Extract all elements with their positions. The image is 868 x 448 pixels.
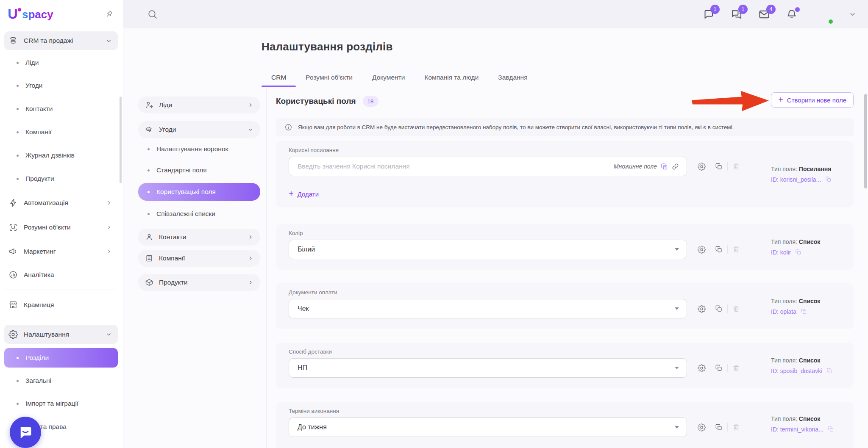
duplicate-icon[interactable] <box>710 423 727 431</box>
delete-icon[interactable] <box>728 246 745 253</box>
tab-tasks[interactable]: Завдання <box>488 68 537 87</box>
field-select[interactable]: До тижня <box>289 418 687 437</box>
field-settings-icon[interactable] <box>693 423 710 431</box>
section-nav-contacts[interactable]: Контакти <box>138 229 260 246</box>
duplicate-icon[interactable] <box>710 246 727 253</box>
tab-company-people[interactable]: Компанія та люди <box>415 68 488 87</box>
field-select[interactable]: Чек <box>289 299 687 318</box>
mail-badge: 4 <box>766 5 776 14</box>
fields-count-badge: 18 <box>363 96 378 107</box>
field-control-row: До тижня <box>289 418 745 437</box>
field-settings-icon[interactable] <box>693 246 710 254</box>
multi-field-icon[interactable] <box>661 163 668 170</box>
sidebar-item-companies[interactable]: Компанії <box>4 124 118 141</box>
section-nav-label: Співзалежні списки <box>156 210 215 218</box>
mail-icon[interactable]: 4 <box>758 8 770 20</box>
marketing-icon <box>8 247 18 256</box>
copy-id-icon[interactable] <box>795 249 801 255</box>
sidebar-item-analytics[interactable]: Аналітика <box>4 266 118 283</box>
chat-icon[interactable]: 1 <box>703 8 714 20</box>
tab-smart-objects[interactable]: Розумні об'єкти <box>296 68 362 87</box>
tab-documents[interactable]: Документи <box>362 68 415 87</box>
chevron-right-icon <box>248 102 253 108</box>
field-id: ID: sposib_dostavki <box>771 368 854 374</box>
user-avatar[interactable] <box>813 5 833 24</box>
info-text: Якщо вам для роботи в CRM не буде вистач… <box>298 124 734 130</box>
sidebar-item-contacts[interactable]: Контакти <box>4 100 118 117</box>
field-select[interactable]: НП <box>289 358 687 378</box>
field-id: ID: termini_vikona... <box>771 426 854 433</box>
section-nav-custom-fields-selected[interactable]: Користувацькі поля <box>138 183 260 201</box>
sidebar-item-leads[interactable]: Ліди <box>4 54 118 71</box>
page-scrollbar[interactable] <box>864 94 867 188</box>
uspacy-logo[interactable]: U spacy <box>8 6 71 23</box>
sidebar-item-settings[interactable]: Налаштування <box>4 325 118 344</box>
support-chat-button[interactable] <box>10 417 41 448</box>
field-card-termini-vikonannya: Терміни виконання До тижня Тип поля: Спи… <box>276 402 854 448</box>
section-nav-funnels[interactable]: Налаштування воронок <box>138 141 260 158</box>
add-value-button[interactable]: + Додати <box>289 190 319 198</box>
sidebar-item-call-log[interactable]: Журнал дзвінків <box>4 147 118 164</box>
sidebar-item-automation[interactable]: Автоматизація <box>4 194 118 211</box>
duplicate-icon[interactable] <box>710 163 727 170</box>
user-menu-chevron-icon[interactable] <box>849 11 856 18</box>
sidebar-item-deals[interactable]: Угоди <box>4 77 118 94</box>
sidebar-item-label: Журнал дзвінків <box>25 152 75 159</box>
duplicate-icon[interactable] <box>710 364 727 372</box>
field-text-input[interactable] <box>298 163 609 170</box>
field-settings-icon[interactable] <box>693 364 710 372</box>
section-nav-standard-fields[interactable]: Стандартні поля <box>138 162 260 179</box>
field-settings-icon[interactable] <box>693 163 710 171</box>
duplicate-icon[interactable] <box>710 305 727 312</box>
search-icon[interactable] <box>147 9 158 19</box>
chevron-right-icon <box>106 200 112 206</box>
section-nav-products[interactable]: Продукти <box>138 274 260 291</box>
sidebar-item-import[interactable]: Імпорт та міграції <box>4 395 118 412</box>
chevron-down-icon <box>248 127 253 133</box>
sidebar-item-shop[interactable]: Крамниця <box>4 296 118 313</box>
section-nav-companies[interactable]: Компанії <box>138 250 260 267</box>
caret-down-icon <box>675 307 679 310</box>
sidebar-item-label: Крамниця <box>24 301 54 309</box>
sidebar-item-general[interactable]: Загальні <box>4 372 118 389</box>
field-settings-icon[interactable] <box>693 305 710 313</box>
sidebar-item-sections-selected[interactable]: Розділи <box>4 348 118 368</box>
section-nav-dependent-lists[interactable]: Співзалежні списки <box>138 205 260 222</box>
section-nav-deals[interactable]: Угоди <box>138 121 260 138</box>
copy-id-icon[interactable] <box>826 368 833 374</box>
bullet-dot <box>17 85 19 87</box>
select-value: Білий <box>298 246 315 253</box>
sidebar-item-smart-objects[interactable]: Розумні об'єкти <box>4 219 118 236</box>
sidebar-scrollbar[interactable] <box>120 97 122 183</box>
sidebar-item-products[interactable]: Продукти <box>4 170 118 187</box>
bell-icon[interactable] <box>786 9 797 20</box>
select-value: До тижня <box>298 423 327 431</box>
tab-crm[interactable]: CRM <box>262 68 296 87</box>
delete-icon[interactable] <box>728 163 745 170</box>
annotation-arrow <box>691 89 771 115</box>
sidebar-item-label: Автоматизація <box>24 199 68 207</box>
field-select[interactable]: Білий <box>289 240 687 259</box>
link-icon[interactable] <box>672 163 679 170</box>
field-card-kolir: Колір Білий Тип поля: Список ID: kolir <box>276 224 854 270</box>
bullet-dot <box>147 213 150 215</box>
delete-icon[interactable] <box>728 364 745 372</box>
section-nav: Ліди Угоди Налаштування воронок Стандарт… <box>124 87 267 448</box>
delete-icon[interactable] <box>728 423 745 431</box>
sidebar-item-marketing[interactable]: Маркетинг <box>4 243 118 260</box>
create-field-button[interactable]: + Створити нове поле <box>771 92 854 108</box>
section-nav-leads[interactable]: Ліди <box>138 97 260 113</box>
field-meta: Тип поля: Посилання ID: korisni_posila..… <box>759 146 854 202</box>
group-chat-icon[interactable]: 1 <box>730 8 742 20</box>
bullet-dot <box>147 169 150 171</box>
delete-icon[interactable] <box>728 305 745 312</box>
pin-sidebar-icon[interactable] <box>104 10 114 19</box>
sidebar-item-crm[interactable]: CRM та продажі <box>4 31 118 50</box>
copy-id-icon[interactable] <box>828 426 834 432</box>
topbar: 1 1 4 <box>123 0 868 28</box>
copy-id-icon[interactable] <box>825 176 832 183</box>
copy-id-icon[interactable] <box>801 308 807 315</box>
logo-initial: U <box>8 6 18 22</box>
field-actions <box>693 364 745 372</box>
main-sidebar: U spacy CRM та продажі Ліди Угоди Контак… <box>0 0 123 448</box>
